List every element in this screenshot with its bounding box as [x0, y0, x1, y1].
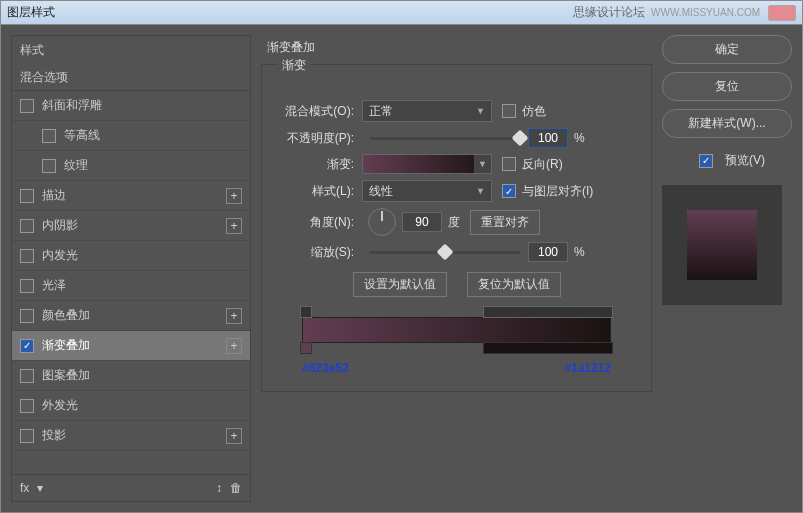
- percent-label: %: [574, 245, 585, 259]
- style-checkbox[interactable]: [20, 309, 34, 323]
- style-item-5[interactable]: 内发光: [12, 241, 250, 271]
- gradient-label: 渐变:: [272, 156, 362, 173]
- gradient-opacity-stop-right[interactable]: [483, 306, 613, 318]
- opacity-value[interactable]: 100: [528, 128, 568, 148]
- angle-row: 角度(N): 90 度 重置对齐: [272, 208, 641, 236]
- reverse-label: 反向(R): [522, 156, 563, 173]
- align-checkbox[interactable]: [502, 184, 516, 198]
- set-default-button[interactable]: 设置为默认值: [353, 272, 447, 297]
- style-item-4[interactable]: 内阴影+: [12, 211, 250, 241]
- angle-value[interactable]: 90: [402, 212, 442, 232]
- style-label: 内发光: [42, 247, 242, 264]
- styles-panel: 样式 混合选项 斜面和浮雕等高线纹理描边+内阴影+内发光光泽颜色叠加+渐变叠加+…: [11, 35, 251, 502]
- style-item-10[interactable]: 外发光: [12, 391, 250, 421]
- gradient-opacity-stop-left[interactable]: [300, 306, 312, 318]
- add-effect-icon[interactable]: +: [226, 338, 242, 354]
- style-label: 等高线: [64, 127, 242, 144]
- style-item-3[interactable]: 描边+: [12, 181, 250, 211]
- style-checkbox[interactable]: [42, 159, 56, 173]
- dither-label: 仿色: [522, 103, 546, 120]
- style-item-9[interactable]: 图案叠加: [12, 361, 250, 391]
- opacity-label: 不透明度(P):: [272, 130, 362, 147]
- default-buttons: 设置为默认值 复位为默认值: [272, 272, 641, 297]
- ok-button[interactable]: 确定: [662, 35, 792, 64]
- style-label: 纹理: [64, 157, 242, 174]
- blend-mode-row: 混合模式(O): 正常 ▼ 仿色: [272, 100, 641, 122]
- reorder-icon[interactable]: ↕: [216, 481, 222, 495]
- style-label: 颜色叠加: [42, 307, 226, 324]
- style-item-6[interactable]: 光泽: [12, 271, 250, 301]
- forum-name: 思缘设计论坛: [573, 4, 645, 21]
- blend-mode-select[interactable]: 正常 ▼: [362, 100, 492, 122]
- style-item-1[interactable]: 等高线: [12, 121, 250, 151]
- add-effect-icon[interactable]: +: [226, 188, 242, 204]
- reverse-checkbox[interactable]: [502, 157, 516, 171]
- style-row: 样式(L): 线性 ▼ 与图层对齐(I): [272, 180, 641, 202]
- gradient-color-stop-right[interactable]: [483, 342, 613, 354]
- style-item-11[interactable]: 投影+: [12, 421, 250, 451]
- preview-toggle[interactable]: 预览(V): [662, 152, 792, 169]
- scale-thumb[interactable]: [437, 243, 454, 260]
- style-select[interactable]: 线性 ▼: [362, 180, 492, 202]
- scale-label: 缩放(S):: [272, 244, 362, 261]
- style-checkbox[interactable]: [20, 249, 34, 263]
- add-effect-icon[interactable]: +: [226, 308, 242, 324]
- gradient-picker[interactable]: ▼: [362, 154, 492, 174]
- scale-value[interactable]: 100: [528, 242, 568, 262]
- scale-slider[interactable]: [370, 251, 520, 254]
- style-checkbox[interactable]: [20, 339, 34, 353]
- trash-icon[interactable]: 🗑: [230, 481, 242, 495]
- style-label: 投影: [42, 427, 226, 444]
- preview-swatch: [687, 210, 757, 280]
- style-label: 内阴影: [42, 217, 226, 234]
- angle-label: 角度(N):: [272, 214, 362, 231]
- style-item-7[interactable]: 颜色叠加+: [12, 301, 250, 331]
- hex-right: #1a1212: [564, 361, 611, 375]
- percent-label: %: [574, 131, 585, 145]
- angle-dial[interactable]: [368, 208, 396, 236]
- new-style-button[interactable]: 新建样式(W)...: [662, 109, 792, 138]
- style-item-2[interactable]: 纹理: [12, 151, 250, 181]
- align-label: 与图层对齐(I): [522, 183, 593, 200]
- style-checkbox[interactable]: [20, 279, 34, 293]
- gradient-color-stop-left[interactable]: [300, 342, 312, 354]
- dither-checkbox[interactable]: [502, 104, 516, 118]
- add-effect-icon[interactable]: +: [226, 218, 242, 234]
- style-item-0[interactable]: 斜面和浮雕: [12, 91, 250, 121]
- chevron-down-icon: ▼: [476, 106, 485, 116]
- style-checkbox[interactable]: [20, 429, 34, 443]
- reset-default-button[interactable]: 复位为默认值: [467, 272, 561, 297]
- blend-mode-label: 混合模式(O):: [272, 103, 362, 120]
- opacity-slider[interactable]: [370, 137, 520, 140]
- style-label: 光泽: [42, 277, 242, 294]
- style-checkbox[interactable]: [42, 129, 56, 143]
- action-panel: 确定 复位 新建样式(W)... 预览(V): [662, 35, 792, 502]
- preview-checkbox[interactable]: [699, 154, 713, 168]
- degree-label: 度: [448, 214, 460, 231]
- gradient-group: 渐变 混合模式(O): 正常 ▼ 仿色 不透明度(P): 100: [261, 64, 652, 392]
- add-effect-icon[interactable]: +: [226, 428, 242, 444]
- style-label: 渐变叠加: [42, 337, 226, 354]
- style-label: 外发光: [42, 397, 242, 414]
- style-checkbox[interactable]: [20, 399, 34, 413]
- style-checkbox[interactable]: [20, 219, 34, 233]
- style-label: 图案叠加: [42, 367, 242, 384]
- group-title: 渐变: [278, 57, 310, 74]
- titlebar: 图层样式 思缘设计论坛 WWW.MISSYUAN.COM: [1, 1, 802, 25]
- style-item-8[interactable]: 渐变叠加+: [12, 331, 250, 361]
- styles-header: 样式: [12, 36, 250, 65]
- blending-options[interactable]: 混合选项: [12, 65, 250, 91]
- gradient-editor[interactable]: [302, 317, 611, 343]
- window-title: 图层样式: [7, 4, 573, 21]
- fx-menu[interactable]: fx: [20, 481, 29, 495]
- style-checkbox[interactable]: [20, 99, 34, 113]
- layer-style-dialog: 图层样式 思缘设计论坛 WWW.MISSYUAN.COM 样式 混合选项 斜面和…: [0, 0, 803, 513]
- close-button[interactable]: [768, 5, 796, 21]
- reset-button[interactable]: 复位: [662, 72, 792, 101]
- style-checkbox[interactable]: [20, 189, 34, 203]
- style-checkbox[interactable]: [20, 369, 34, 383]
- fx-arrow-icon[interactable]: ▾: [37, 481, 43, 495]
- reset-align-button[interactable]: 重置对齐: [470, 210, 540, 235]
- preview-box: [662, 185, 782, 305]
- opacity-thumb[interactable]: [512, 129, 529, 146]
